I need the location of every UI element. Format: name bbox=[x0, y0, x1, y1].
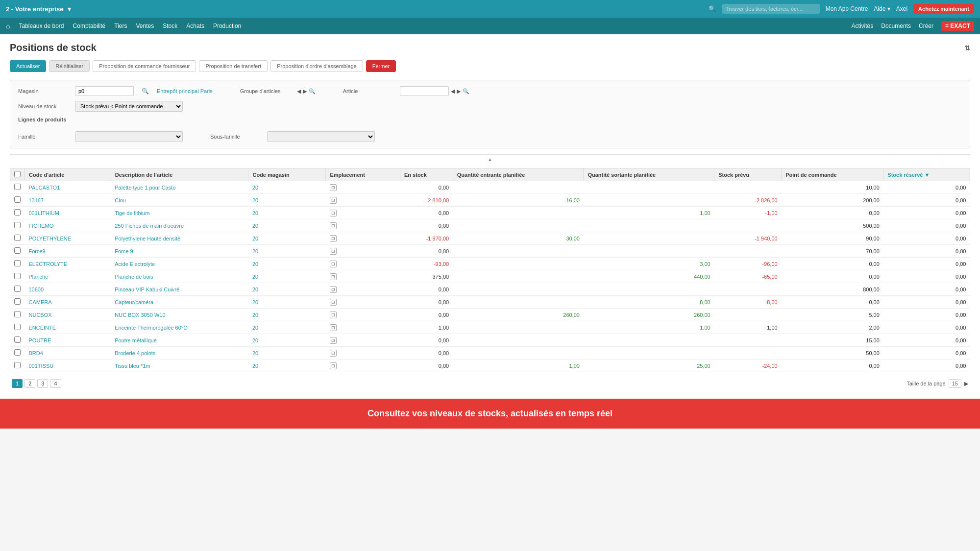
row-emplacement[interactable]: ⊡ bbox=[326, 245, 400, 258]
row-code[interactable]: CAMERA bbox=[25, 296, 111, 309]
article-prev-icon[interactable]: ◀ bbox=[451, 88, 455, 95]
achetez-button[interactable]: Achetez maintenant bbox=[913, 4, 974, 14]
location-icon[interactable]: ⊡ bbox=[330, 210, 337, 216]
reinitialiser-button[interactable]: Réinitialiser bbox=[49, 60, 90, 72]
row-checkbox[interactable] bbox=[10, 309, 25, 321]
nav-production[interactable]: Production bbox=[213, 23, 241, 29]
nav-achats[interactable]: Achats bbox=[186, 23, 204, 29]
page-3[interactable]: 3 bbox=[37, 379, 48, 388]
actualiser-button[interactable]: Actualiser bbox=[10, 60, 46, 72]
row-emplacement[interactable]: ⊡ bbox=[326, 232, 400, 245]
company-name[interactable]: 2 - Votre entreprise bbox=[6, 5, 64, 13]
row-code[interactable]: Planche bbox=[25, 270, 111, 283]
header-emplacement[interactable]: Emplacement bbox=[326, 168, 400, 181]
header-stock-prevu[interactable]: Stock prévu bbox=[714, 168, 782, 181]
header-description[interactable]: Description de l'article bbox=[111, 168, 248, 181]
location-icon[interactable]: ⊡ bbox=[330, 324, 337, 331]
sort-columns-icon[interactable]: ⇅ bbox=[964, 44, 970, 52]
header-en-stock[interactable]: En stock bbox=[400, 168, 453, 181]
header-stock-reserve[interactable]: Stock réservé ▼ bbox=[883, 168, 970, 181]
location-icon[interactable]: ⊡ bbox=[330, 286, 337, 293]
header-qte-entrante[interactable]: Quantité entrante planifiée bbox=[453, 168, 584, 181]
magasin-search-icon[interactable]: 🔍 bbox=[142, 88, 149, 95]
row-code[interactable]: PALCASTO1 bbox=[25, 181, 111, 194]
row-checkbox[interactable] bbox=[10, 334, 25, 347]
fermer-button[interactable]: Fermer bbox=[366, 60, 396, 72]
location-icon[interactable]: ⊡ bbox=[330, 184, 337, 191]
row-emplacement[interactable]: ⊡ bbox=[326, 219, 400, 232]
row-code[interactable]: POUTRE bbox=[25, 334, 111, 347]
row-emplacement[interactable]: ⊡ bbox=[326, 309, 400, 321]
app-centre-link[interactable]: Mon App Centre bbox=[826, 5, 868, 12]
row-checkbox[interactable] bbox=[10, 232, 25, 245]
magasin-input[interactable] bbox=[75, 86, 134, 96]
row-description[interactable]: Tissu bleu *1m bbox=[111, 359, 248, 372]
nav-tiers[interactable]: Tiers bbox=[114, 23, 127, 29]
row-checkbox[interactable] bbox=[10, 347, 25, 359]
header-qte-sortante[interactable]: Quantité sortante planifiée bbox=[584, 168, 714, 181]
magasin-link[interactable]: Entrepôt principal Paris bbox=[157, 88, 213, 94]
row-code[interactable]: FICHEMO bbox=[25, 219, 111, 232]
row-emplacement[interactable]: ⊡ bbox=[326, 334, 400, 347]
row-emplacement[interactable]: ⊡ bbox=[326, 207, 400, 219]
row-checkbox[interactable] bbox=[10, 207, 25, 219]
groupe-search-icon[interactable]: 🔍 bbox=[309, 88, 316, 95]
row-emplacement[interactable]: ⊡ bbox=[326, 321, 400, 334]
row-description[interactable]: Force 9 bbox=[111, 245, 248, 258]
row-code[interactable]: 001LITHIUM bbox=[25, 207, 111, 219]
row-description[interactable]: Enceinte Thermorégulée 60°C bbox=[111, 321, 248, 334]
home-icon[interactable]: ⌂ bbox=[6, 22, 10, 30]
proposition-commande-button[interactable]: Proposition de commande fournisseur bbox=[93, 60, 196, 72]
article-next-icon[interactable]: ▶ bbox=[457, 88, 461, 95]
global-search-input[interactable] bbox=[722, 4, 820, 14]
sous-famille-select[interactable] bbox=[267, 131, 375, 142]
location-icon[interactable]: ⊡ bbox=[330, 350, 337, 357]
row-code[interactable]: POLYETHYLENE bbox=[25, 232, 111, 245]
location-icon[interactable]: ⊡ bbox=[330, 261, 337, 267]
proposition-ordre-button[interactable]: Proposition d'ordre d'assemblage bbox=[270, 60, 363, 72]
page-1[interactable]: 1 bbox=[12, 379, 23, 388]
nav-stock[interactable]: Stock bbox=[163, 23, 177, 29]
page-4[interactable]: 4 bbox=[50, 379, 61, 388]
niveau-select[interactable]: Stock prévu < Point de commande bbox=[75, 101, 183, 112]
header-checkbox[interactable] bbox=[10, 168, 25, 181]
row-checkbox[interactable] bbox=[10, 194, 25, 207]
row-description[interactable]: 250 Fiches de main d'oeuvre bbox=[111, 219, 248, 232]
row-description[interactable]: Polyethylene Haute densité bbox=[111, 232, 248, 245]
row-checkbox[interactable] bbox=[10, 321, 25, 334]
nav-creer[interactable]: Créer bbox=[919, 23, 933, 29]
row-description[interactable]: Clou bbox=[111, 194, 248, 207]
row-checkbox[interactable] bbox=[10, 270, 25, 283]
location-icon[interactable]: ⊡ bbox=[330, 337, 337, 344]
row-description[interactable]: Planche de bois bbox=[111, 270, 248, 283]
row-code[interactable]: 10600 bbox=[25, 283, 111, 296]
row-checkbox[interactable] bbox=[10, 283, 25, 296]
row-code[interactable]: ENCEINTE bbox=[25, 321, 111, 334]
row-emplacement[interactable]: ⊡ bbox=[326, 270, 400, 283]
row-emplacement[interactable]: ⊡ bbox=[326, 181, 400, 194]
row-description[interactable]: Palette type 1 pour Casto bbox=[111, 181, 248, 194]
row-code[interactable]: ELECTROLYTE bbox=[25, 258, 111, 270]
select-all-checkbox[interactable] bbox=[14, 171, 21, 177]
row-description[interactable]: Capteur/caméra bbox=[111, 296, 248, 309]
row-emplacement[interactable]: ⊡ bbox=[326, 347, 400, 359]
row-checkbox[interactable] bbox=[10, 219, 25, 232]
row-description[interactable]: NUC BOX 3050 W10 bbox=[111, 309, 248, 321]
company-chevron[interactable]: ▾ bbox=[68, 5, 71, 13]
row-checkbox[interactable] bbox=[10, 359, 25, 372]
row-description[interactable]: Broderie 4 points bbox=[111, 347, 248, 359]
location-icon[interactable]: ⊡ bbox=[330, 311, 337, 318]
location-icon[interactable]: ⊡ bbox=[330, 362, 337, 369]
nav-ventes[interactable]: Ventes bbox=[136, 23, 154, 29]
header-point-commande[interactable]: Point de commande bbox=[782, 168, 883, 181]
nav-comptabilite[interactable]: Comptabilité bbox=[73, 23, 106, 29]
row-description[interactable]: Tige de lithium bbox=[111, 207, 248, 219]
location-icon[interactable]: ⊡ bbox=[330, 248, 337, 255]
location-icon[interactable]: ⊡ bbox=[330, 299, 337, 306]
row-code[interactable]: Force9 bbox=[25, 245, 111, 258]
row-emplacement[interactable]: ⊡ bbox=[326, 258, 400, 270]
location-icon[interactable]: ⊡ bbox=[330, 222, 337, 229]
page-2[interactable]: 2 bbox=[24, 379, 35, 388]
row-code[interactable]: NUCBOX bbox=[25, 309, 111, 321]
location-icon[interactable]: ⊡ bbox=[330, 235, 337, 242]
